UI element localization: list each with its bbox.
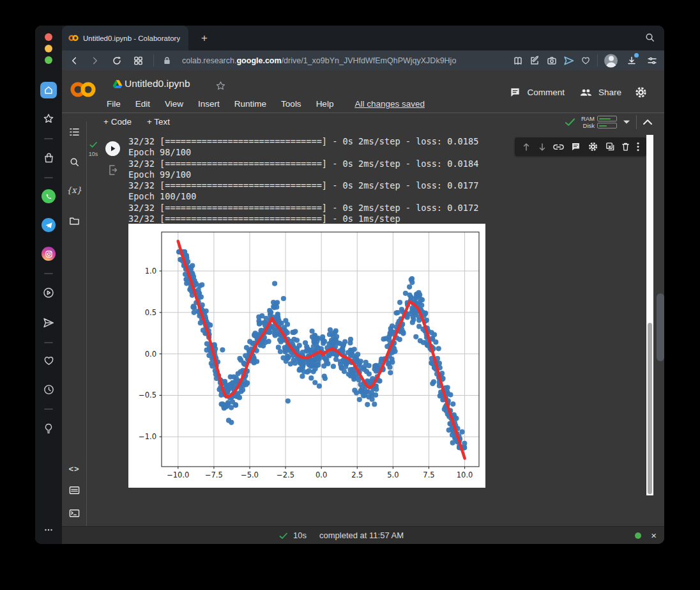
- find-replace-button[interactable]: [68, 155, 80, 168]
- terminal-button[interactable]: [68, 507, 80, 520]
- tab-search-button[interactable]: [644, 32, 655, 45]
- ellipsis-icon: [43, 524, 54, 536]
- cell-settings-icon[interactable]: [588, 141, 598, 152]
- sidebar-divider: [44, 138, 53, 139]
- share-button[interactable]: Share: [598, 88, 621, 97]
- reload-button[interactable]: [112, 56, 122, 66]
- comment-button[interactable]: Comment: [527, 88, 565, 97]
- svg-text:1.0: 1.0: [145, 267, 156, 276]
- resources-toolbar: RAM Disk: [565, 115, 653, 129]
- delete-cell-icon[interactable]: [621, 142, 630, 151]
- cell-kebab-menu-icon[interactable]: [637, 142, 639, 151]
- menu-edit[interactable]: Edit: [135, 99, 150, 109]
- run-cell-button[interactable]: [105, 141, 120, 156]
- resources-caret-icon[interactable]: [623, 120, 630, 125]
- move-cell-down-icon[interactable]: [538, 143, 547, 151]
- svg-text:5.0: 5.0: [387, 470, 399, 479]
- output-line: 32/32 [==============================] -…: [128, 203, 478, 213]
- files-button[interactable]: [68, 214, 80, 227]
- sidebar-more-button[interactable]: [42, 524, 55, 536]
- sidebar-divider: [44, 177, 53, 178]
- disk-meter[interactable]: [597, 123, 617, 128]
- screenshot-button[interactable]: [547, 56, 557, 66]
- traffic-close-button[interactable]: [45, 33, 52, 41]
- menu-insert[interactable]: Insert: [198, 99, 220, 109]
- sidebar-item-history[interactable]: [42, 383, 55, 396]
- comment-icon: [510, 87, 521, 98]
- back-button[interactable]: [70, 56, 79, 65]
- svg-text:−2.5: −2.5: [277, 470, 294, 479]
- menu-bar: File Edit View Insert Runtime Tools Help…: [107, 99, 425, 109]
- status-close-button[interactable]: ×: [651, 530, 657, 541]
- sidebar-item-media[interactable]: [42, 286, 55, 299]
- output-scrollbar[interactable]: [646, 135, 653, 495]
- menu-tools[interactable]: Tools: [281, 99, 301, 109]
- sidebar-item-shopping[interactable]: [42, 151, 55, 164]
- telegram-icon: [45, 221, 53, 229]
- link-cell-icon[interactable]: [553, 143, 564, 151]
- settings-gear-icon[interactable]: [634, 86, 648, 99]
- url-bar[interactable]: colab.research.google.com/drive/1_xo9bYn…: [182, 50, 456, 70]
- share-page-button[interactable]: [563, 55, 574, 66]
- header-actions: Comment Share: [510, 86, 648, 99]
- sidebar-item-home[interactable]: [40, 82, 57, 98]
- output-scrollbar-thumb[interactable]: [648, 323, 652, 494]
- browser-window: Untitled0.ipynb - Colaboratory + colab.r…: [35, 26, 664, 544]
- collapse-header-icon[interactable]: [643, 119, 653, 125]
- tab-colab[interactable]: Untitled0.ipynb - Colaboratory: [62, 26, 188, 50]
- menu-help[interactable]: Help: [316, 99, 334, 109]
- save-status[interactable]: All changes saved: [354, 99, 425, 109]
- menu-runtime[interactable]: Runtime: [234, 99, 266, 109]
- favorite-page-button[interactable]: [581, 56, 591, 66]
- browser-app-sidebar: [35, 26, 62, 544]
- matplotlib-figure: −10.0−7.5−5.0−2.50.02.55.07.510.0−1.0−0.…: [128, 224, 485, 488]
- heart-icon: [43, 355, 55, 367]
- sidebar-item-favorites[interactable]: [42, 113, 55, 125]
- variables-button[interactable]: {x}: [68, 183, 80, 196]
- desktop: Untitled0.ipynb - Colaboratory + colab.r…: [0, 0, 700, 590]
- star-notebook-icon[interactable]: [215, 81, 226, 91]
- page-scrollbar-thumb[interactable]: [657, 293, 664, 361]
- annotate-button[interactable]: [529, 56, 540, 66]
- reading-list-button[interactable]: [513, 56, 523, 66]
- table-of-contents-button[interactable]: [68, 125, 80, 138]
- downloads-button[interactable]: [627, 56, 637, 66]
- folder-icon: [69, 216, 80, 226]
- menu-view[interactable]: View: [165, 99, 183, 109]
- site-security-button[interactable]: [163, 56, 171, 65]
- svg-text:−1.0: −1.0: [139, 432, 156, 441]
- sidebar-item-ideas[interactable]: [42, 422, 55, 435]
- sidebar-item-likes[interactable]: [42, 354, 55, 367]
- tab-overview-button[interactable]: [133, 56, 143, 65]
- add-text-button[interactable]: + Text: [147, 117, 170, 127]
- comment-cell-icon[interactable]: [571, 142, 581, 151]
- menu-file[interactable]: File: [107, 99, 121, 109]
- add-code-button[interactable]: + Code: [103, 117, 132, 127]
- tab-strip: Untitled0.ipynb - Colaboratory +: [62, 26, 664, 50]
- sidebar-item-whatsapp[interactable]: [42, 189, 56, 203]
- colab-page: Untitled0.ipynb File Edit View Insert Ru…: [62, 70, 664, 544]
- svg-text:0.0: 0.0: [316, 470, 327, 479]
- status-message: completed at 11:57 AM: [319, 531, 404, 540]
- mirror-cell-icon[interactable]: [605, 142, 615, 151]
- sidebar-item-instagram[interactable]: [42, 247, 56, 261]
- move-cell-up-icon[interactable]: [522, 143, 531, 151]
- sidebar-border: [86, 121, 87, 526]
- command-palette-button[interactable]: [68, 484, 80, 497]
- traffic-zoom-button[interactable]: [45, 56, 52, 64]
- code-snippets-button[interactable]: <>: [68, 462, 80, 475]
- output-indicator-icon[interactable]: [107, 164, 118, 178]
- url-prefix: colab.research.: [182, 56, 236, 65]
- lightbulb-icon: [43, 423, 54, 434]
- svg-text:0.5: 0.5: [145, 308, 156, 317]
- profile-button[interactable]: [604, 54, 618, 67]
- notebook-title[interactable]: Untitled0.ipynb: [125, 78, 190, 89]
- sidebar-item-send[interactable]: [42, 316, 55, 329]
- traffic-minimize-button[interactable]: [45, 45, 52, 52]
- new-tab-button[interactable]: +: [197, 31, 211, 45]
- forward-button[interactable]: [90, 56, 100, 65]
- ram-meter[interactable]: [597, 116, 617, 121]
- toc-icon: [69, 127, 80, 137]
- sidebar-item-telegram[interactable]: [42, 218, 56, 232]
- browser-settings-button[interactable]: [647, 56, 657, 66]
